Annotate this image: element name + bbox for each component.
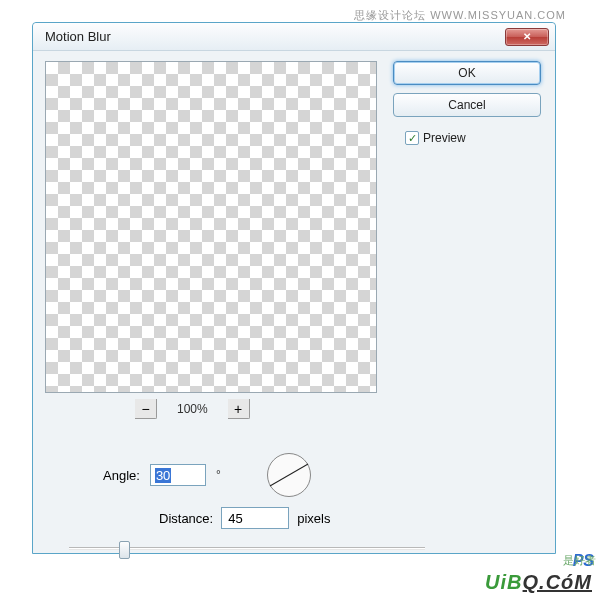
preview-label: Preview <box>423 131 466 145</box>
zoom-out-button[interactable]: − <box>135 399 157 419</box>
preview-checkbox[interactable]: ✓ <box>405 131 419 145</box>
angle-input[interactable]: 30 <box>150 464 206 486</box>
angle-value: 30 <box>155 468 171 483</box>
zoom-value: 100% <box>177 402 208 416</box>
distance-row: Distance: 45 pixels <box>159 507 330 529</box>
zoom-controls: − 100% + <box>135 399 543 419</box>
close-icon: ✕ <box>523 32 531 42</box>
dialog-title: Motion Blur <box>45 29 111 44</box>
transparency-checker <box>46 62 376 392</box>
zoom-in-button[interactable]: + <box>228 399 250 419</box>
button-column: OK Cancel ✓ Preview <box>393 61 541 145</box>
close-button[interactable]: ✕ <box>505 28 549 46</box>
dial-needle <box>269 464 308 487</box>
preview-canvas[interactable] <box>45 61 377 393</box>
slider-thumb[interactable] <box>119 541 130 559</box>
dialog-body: − 100% + OK Cancel ✓ Preview Angle: 30 ° <box>33 51 555 553</box>
distance-label: Distance: <box>159 511 213 526</box>
angle-dial[interactable] <box>267 453 311 497</box>
angle-row: Angle: 30 ° <box>103 453 311 497</box>
distance-input[interactable]: 45 <box>221 507 289 529</box>
watermark-bottom: UiBQ.CóM <box>485 571 592 594</box>
angle-label: Angle: <box>103 468 140 483</box>
checkmark-icon: ✓ <box>408 133 417 144</box>
watermark-jp: 是好者 <box>563 553 596 568</box>
watermark-top: 思缘设计论坛 WWW.MISSYUAN.COM <box>354 8 566 23</box>
degree-symbol: ° <box>216 468 221 482</box>
distance-value: 45 <box>228 511 242 526</box>
distance-slider[interactable] <box>69 539 425 559</box>
cancel-button[interactable]: Cancel <box>393 93 541 117</box>
title-bar[interactable]: Motion Blur ✕ <box>33 23 555 51</box>
ok-button[interactable]: OK <box>393 61 541 85</box>
motion-blur-dialog: Motion Blur ✕ − 100% + OK Cancel ✓ Previ… <box>32 22 556 554</box>
preview-toggle[interactable]: ✓ Preview <box>405 131 541 145</box>
distance-unit: pixels <box>297 511 330 526</box>
